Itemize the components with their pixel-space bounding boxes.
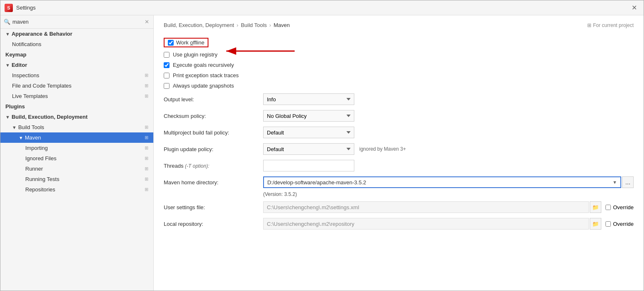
always-update-row: Always update snapshots	[164, 81, 634, 91]
collapse-arrow-build-icon: ▼	[5, 115, 10, 120]
print-exception-label[interactable]: Print exception stack traces	[173, 72, 239, 78]
sidebar-item-build-tools[interactable]: ▼ Build Tools ⊞	[0, 122, 153, 132]
collapse-arrow-maven-icon: ▼	[19, 135, 23, 140]
copy-icon: ⊞	[145, 145, 148, 151]
plugin-update-hint: ignored by Maven 3+	[359, 146, 406, 152]
collapse-arrow-buildtools-icon: ▼	[12, 125, 17, 130]
local-repo-override: Override	[605, 221, 634, 227]
user-settings-override-checkbox[interactable]	[605, 205, 611, 210]
execute-goals-label[interactable]: Execute goals recursively	[173, 62, 234, 68]
sidebar-item-maven[interactable]: ▼ Maven ⊞	[0, 132, 153, 143]
sidebar-item-ignored-files[interactable]: Ignored Files ⊞	[0, 153, 153, 164]
local-repo-value: C:\Users\chengcheng\.m2\repository	[263, 218, 589, 230]
sidebar-item-plugins[interactable]: Plugins	[0, 101, 153, 112]
window-title: Settings	[16, 5, 629, 11]
copy-icon: ⊞	[145, 125, 148, 130]
work-offline-checkbox[interactable]	[168, 40, 174, 46]
output-level-row: Output level: Info Debug Warn Error	[164, 91, 634, 108]
output-level-select[interactable]: Info Debug Warn Error	[263, 93, 354, 105]
breadcrumb: Build, Execution, Deployment › Build Too…	[164, 22, 634, 28]
local-repo-override-checkbox[interactable]	[605, 221, 611, 227]
sidebar-item-live-templates[interactable]: Live Templates ⊞	[0, 91, 153, 101]
search-input[interactable]	[12, 19, 144, 25]
plugin-update-select[interactable]: Default Force update Never update	[263, 143, 354, 155]
user-settings-label: User settings file:	[164, 204, 263, 210]
maven-home-value: D:/develop-software/apache-maven-3.5.2	[267, 179, 609, 186]
sidebar-item-runner[interactable]: Runner ⊞	[0, 164, 153, 174]
maven-home-label: Maven home directory:	[164, 179, 263, 186]
copy-icon: ⊞	[145, 83, 148, 88]
copy-icon: ⊞	[145, 93, 148, 99]
execute-goals-checkbox[interactable]	[164, 62, 169, 68]
breadcrumb-sep1: ›	[237, 22, 238, 28]
plugin-update-label: Plugin update policy:	[164, 146, 263, 152]
copy-icon: ⊞	[145, 166, 148, 171]
sidebar: 🔍 ✕ ▼ Appearance & Behavior Notification…	[0, 15, 154, 291]
search-bar: 🔍 ✕	[0, 15, 153, 29]
search-clear-button[interactable]: ✕	[144, 19, 150, 25]
user-settings-override-label[interactable]: Override	[613, 204, 634, 210]
use-plugin-registry-row: Use plugin registry	[164, 49, 634, 60]
sidebar-item-editor[interactable]: ▼ Editor	[0, 60, 153, 70]
multiproject-fail-row: Multiproject build fail policy: Default …	[164, 124, 634, 141]
copy-icon: ⊞	[145, 73, 148, 78]
checksum-policy-row: Checksum policy: No Global Policy Strict…	[164, 108, 634, 124]
work-offline-highlight-box: Work offline	[164, 38, 208, 47]
sidebar-item-appearance-behavior[interactable]: ▼ Appearance & Behavior	[0, 29, 153, 39]
work-offline-label[interactable]: Work offline	[176, 39, 204, 46]
breadcrumb-sep2: ›	[269, 22, 271, 28]
close-button[interactable]: ✕	[629, 3, 639, 12]
execute-goals-row: Execute goals recursively	[164, 60, 634, 70]
copy-icon: ⊞	[145, 156, 148, 161]
main-content: Build, Execution, Deployment › Build Too…	[154, 15, 644, 291]
maven-home-row: Maven home directory: D:/develop-softwar…	[164, 174, 634, 191]
settings-window: S Settings ✕ 🔍 ✕ ▼ Appearance & Behavior…	[0, 0, 644, 291]
collapse-arrow-icon: ▼	[5, 32, 10, 37]
use-plugin-registry-label[interactable]: Use plugin registry	[173, 51, 218, 58]
threads-label: Threads (-T option):	[164, 163, 263, 169]
user-settings-value: C:\Users\chengcheng\.m2\settings.xml	[263, 201, 589, 213]
local-repo-override-label[interactable]: Override	[613, 221, 634, 227]
multiproject-fail-select[interactable]: Default Fail at end Fail never	[263, 127, 354, 138]
user-settings-browse-button[interactable]: 📁	[590, 201, 601, 213]
sidebar-item-inspections[interactable]: Inspections ⊞	[0, 70, 153, 81]
plugin-update-row: Plugin update policy: Default Force upda…	[164, 141, 634, 157]
checksum-policy-select[interactable]: No Global Policy Strict Warn Ignore	[263, 110, 354, 122]
maven-home-combo[interactable]: D:/develop-software/apache-maven-3.5.2 ▼	[263, 176, 621, 188]
sidebar-item-notifications[interactable]: Notifications	[0, 39, 153, 49]
always-update-checkbox[interactable]	[164, 83, 169, 89]
checksum-policy-label: Checksum policy:	[164, 113, 263, 119]
breadcrumb-maven: Maven	[274, 22, 290, 28]
project-icon: ⊞	[587, 22, 591, 28]
version-hint: (Version: 3.5.2)	[164, 191, 634, 199]
threads-row: Threads (-T option):	[164, 157, 634, 174]
sidebar-item-build-execution[interactable]: ▼ Build, Execution, Deployment	[0, 112, 153, 122]
content-area: 🔍 ✕ ▼ Appearance & Behavior Notification…	[0, 15, 644, 291]
use-plugin-registry-checkbox[interactable]	[164, 52, 169, 58]
user-settings-override: Override	[605, 204, 634, 210]
local-repo-browse-button[interactable]: 📁	[590, 218, 601, 230]
maven-home-browse-button[interactable]: …	[622, 176, 634, 188]
always-update-label[interactable]: Always update snapshots	[173, 83, 234, 89]
print-exception-checkbox[interactable]	[164, 73, 169, 78]
app-icon: S	[5, 4, 13, 12]
breadcrumb-build: Build, Execution, Deployment	[164, 22, 234, 28]
print-exception-row: Print exception stack traces	[164, 70, 634, 81]
title-bar: S Settings ✕	[0, 0, 644, 15]
collapse-arrow-editor-icon: ▼	[5, 63, 10, 68]
maven-home-dropdown-icon[interactable]: ▼	[613, 180, 617, 185]
multiproject-fail-label: Multiproject build fail policy:	[164, 130, 263, 136]
sidebar-item-importing[interactable]: Importing ⊞	[0, 143, 153, 153]
project-label: ⊞ For current project	[587, 22, 634, 28]
sidebar-item-file-code-templates[interactable]: File and Code Templates ⊞	[0, 81, 153, 91]
sidebar-item-repositories[interactable]: Repositories ⊞	[0, 184, 153, 195]
sidebar-item-running-tests[interactable]: Running Tests ⊞	[0, 174, 153, 184]
work-offline-row: Work offline	[164, 36, 634, 49]
threads-input[interactable]	[263, 160, 354, 171]
copy-icon: ⊞	[145, 135, 148, 140]
sidebar-item-keymap[interactable]: Keymap	[0, 49, 153, 60]
output-level-label: Output level:	[164, 96, 263, 103]
maven-form: Work offline Use plugin registry Execute…	[164, 36, 634, 232]
copy-icon: ⊞	[145, 176, 148, 182]
local-repo-label: Local repository:	[164, 221, 263, 227]
